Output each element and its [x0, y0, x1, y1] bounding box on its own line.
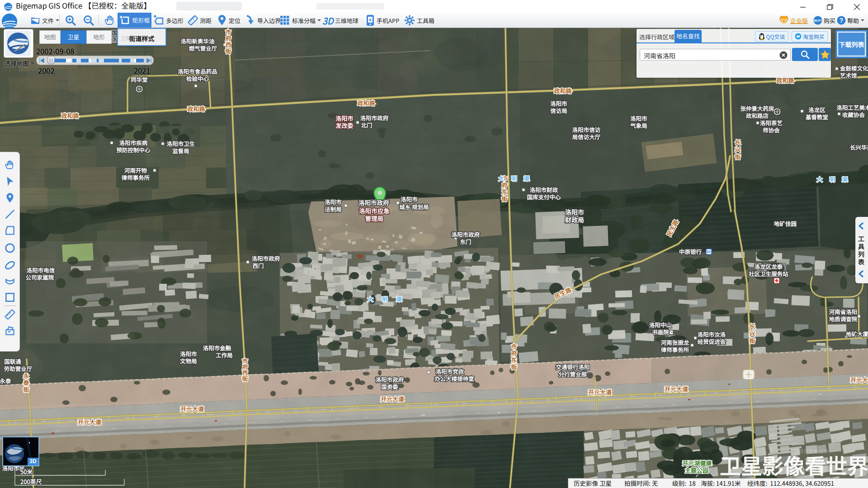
- svg-text:经贸促进会: 经贸促进会: [698, 337, 726, 346]
- svg-text:政和路: 政和路: [357, 99, 375, 107]
- svg-text:检验中心: 检验中心: [186, 74, 209, 83]
- svg-text:街: 街: [23, 385, 29, 394]
- svg-text:监督局: 监督局: [172, 146, 189, 155]
- svg-text:国库支付中心: 国库支付中心: [527, 192, 561, 201]
- svg-text:信访局: 信访局: [550, 106, 567, 115]
- svg-text:预防控制中心: 预防控制中心: [116, 145, 151, 154]
- svg-text:街: 街: [734, 152, 741, 161]
- svg-text:办公大楼接待室: 办公大楼接待室: [434, 374, 474, 383]
- svg-text:开元大道: 开元大道: [588, 388, 612, 396]
- svg-text:主题公园: 主题公园: [685, 466, 708, 474]
- svg-text:文物局: 文物局: [179, 357, 197, 365]
- svg-text:发改委: 发改委: [335, 121, 354, 130]
- svg-text:长兴华苑: 长兴华苑: [850, 143, 868, 151]
- svg-text:局信访大厅: 局信访大厅: [572, 132, 601, 141]
- svg-text:街: 街: [501, 194, 507, 203]
- svg-text:街: 街: [225, 47, 231, 55]
- svg-text:东门: 东门: [460, 237, 471, 246]
- svg-text:艺术馆: 艺术馆: [840, 71, 857, 80]
- svg-text:地质调查院: 地质调查院: [829, 314, 858, 323]
- svg-text:公司家属院: 公司家属院: [26, 273, 54, 282]
- svg-text:燃气营业厅: 燃气营业厅: [189, 44, 217, 52]
- svg-text:师协会: 师协会: [763, 126, 780, 134]
- svg-text:大 明 渠: 大 明 渠: [499, 174, 533, 183]
- svg-text:BUY!: BUY!: [814, 19, 821, 22]
- svg-text:分行营业部: 分行营业部: [559, 370, 587, 378]
- svg-text:基督教堂: 基督教堂: [805, 113, 828, 121]
- svg-text:工作局: 工作局: [216, 351, 233, 359]
- svg-text:北门: 北门: [361, 121, 372, 129]
- svg-text:开元大道: 开元大道: [381, 394, 404, 403]
- svg-text:开元大道: 开元大道: [850, 375, 868, 384]
- svg-text:律师事务所: 律师事务所: [661, 345, 689, 354]
- svg-text:200英尺: 200英尺: [20, 477, 42, 486]
- svg-text:政和路: 政和路: [61, 111, 79, 120]
- svg-text:?: ?: [840, 17, 844, 24]
- svg-text:50米: 50米: [20, 467, 33, 476]
- svg-text:开元大道: 开元大道: [180, 404, 204, 413]
- svg-text:开元大道: 开元大道: [78, 418, 101, 426]
- svg-text:国资委: 国资委: [381, 382, 398, 391]
- svg-text:中原银行: 中原银行: [679, 247, 702, 256]
- svg-text:大 明 渠: 大 明 渠: [368, 295, 406, 303]
- svg-text:街: 街: [510, 362, 517, 371]
- svg-text:政和路: 政和路: [187, 104, 205, 113]
- svg-text:开元大道: 开元大道: [665, 385, 688, 393]
- svg-text:气象局: 气象局: [630, 121, 647, 130]
- svg-text:法制局: 法制局: [325, 205, 342, 213]
- svg-text:城乡 规划局: 城乡 规划局: [399, 202, 429, 211]
- svg-text:管理局: 管理局: [365, 214, 384, 223]
- svg-text:大 明 渠: 大 明 渠: [817, 175, 851, 183]
- svg-text:财政局: 财政局: [565, 215, 584, 224]
- svg-text:社区卫生服务站: 社区卫生服务站: [748, 269, 788, 278]
- svg-text:地矿佳园: 地矿佳园: [774, 219, 797, 228]
- svg-text:街: 街: [749, 336, 755, 345]
- svg-text:同华堂: 同华堂: [131, 75, 148, 84]
- svg-text:西门: 西门: [252, 261, 264, 270]
- svg-text:政和路: 政和路: [554, 86, 572, 95]
- svg-text:书画院: 书画院: [652, 328, 669, 336]
- svg-text:收藏协会: 收藏协会: [842, 110, 865, 119]
- svg-text:永泰: 永泰: [0, 376, 11, 385]
- svg-text:洛阳市政府: 洛阳市政府: [359, 198, 389, 207]
- svg-text:卫星影像看世界: 卫星影像看世界: [794, 447, 829, 455]
- svg-text:街: 街: [241, 374, 248, 383]
- svg-text:律师事务所: 律师事务所: [122, 173, 150, 182]
- svg-text:地矿大厦: 地矿大厦: [846, 329, 868, 338]
